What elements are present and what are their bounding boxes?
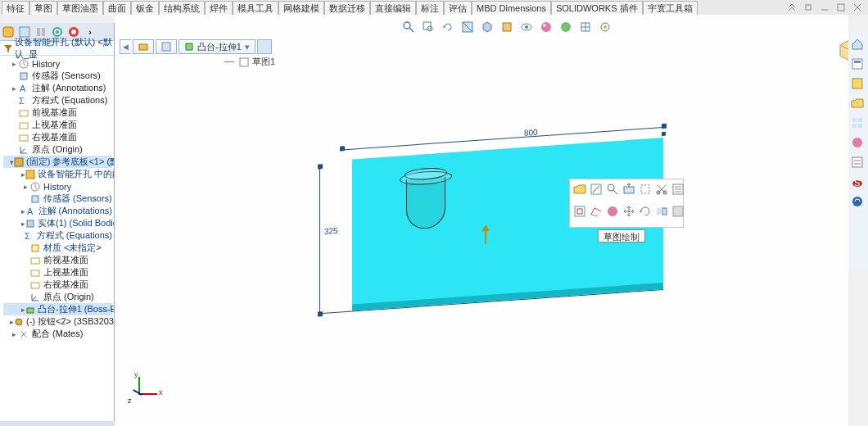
sketch-point[interactable] [340, 146, 345, 151]
tree-item[interactable]: Σ方程式 (Equations) [3, 94, 112, 106]
tree-item[interactable]: 上视基准面 [3, 119, 112, 131]
sketch-point[interactable] [318, 311, 323, 316]
graphics-area[interactable]: ◄ 凸台-拉伸1 ▾ 草图1 [115, 15, 848, 426]
properties-icon[interactable] [671, 183, 685, 196]
sketch-point[interactable] [318, 164, 323, 169]
dimension-height[interactable]: 325 [324, 226, 338, 236]
dimension-width[interactable]: 800 [524, 128, 538, 138]
sketch-point[interactable] [662, 124, 667, 129]
move-component-icon[interactable] [622, 205, 635, 218]
clip-icon[interactable] [655, 183, 668, 196]
tree-item[interactable]: 传感器 (Sensors) [3, 70, 112, 82]
hole-feature[interactable] [400, 165, 452, 232]
home-icon[interactable] [851, 38, 866, 52]
breadcrumb-assembly[interactable] [133, 39, 154, 54]
cm-tab-surface[interactable]: 曲面 [103, 1, 131, 15]
sketch-icon[interactable] [573, 205, 586, 218]
maximize-icon[interactable] [835, 2, 847, 12]
mate-icon[interactable] [655, 205, 668, 218]
edit-sketch-icon[interactable] [590, 183, 603, 196]
section-view-icon[interactable] [460, 20, 475, 34]
cm-tab-mbd[interactable]: MBD Dimensions [472, 1, 551, 15]
cm-tab-markup[interactable]: 标注 [416, 1, 444, 15]
tree-item[interactable]: 上视基准面 [3, 266, 112, 279]
open-part-icon[interactable] [573, 183, 586, 196]
cm-tab-migrate[interactable]: 数据迁移 [324, 1, 370, 15]
cm-tab-feature[interactable]: 特征 [2, 1, 29, 15]
model-view[interactable]: 325 800 [311, 125, 663, 330]
breadcrumb-plane-icon[interactable] [257, 39, 272, 54]
appearances-icon[interactable] [851, 136, 866, 151]
view-settings-icon[interactable] [578, 20, 593, 34]
cm-tab-yuhuan[interactable]: 宇寰工具箱 [643, 1, 698, 15]
breadcrumb-feature[interactable]: 凸台-拉伸1 ▾ [179, 39, 255, 54]
resources-icon[interactable] [851, 57, 866, 72]
tree-item[interactable]: 前视基准面 [3, 254, 112, 266]
tree-item[interactable]: 前视基准面 [3, 106, 112, 119]
minimize-icon[interactable] [819, 2, 830, 12]
cm-tab-evaluate[interactable]: 评估 [444, 1, 472, 15]
file-explorer-icon[interactable] [851, 97, 866, 111]
expand-icon[interactable] [786, 2, 798, 12]
normal-to-icon[interactable] [622, 183, 635, 196]
orientation-triad[interactable]: y x z [128, 374, 160, 406]
display-style-icon[interactable] [500, 20, 514, 34]
cm-tab-addins[interactable]: SOLIDWORKS 插件 [551, 1, 643, 15]
tree-item[interactable]: ▸(-) 按钮<2> (3SB3203-1H [3, 315, 112, 328]
cm-tab-struct[interactable]: 结构系统 [159, 1, 205, 15]
view-palette-icon[interactable] [851, 116, 866, 131]
tree-item[interactable]: 传感器 (Sensors) [3, 193, 112, 205]
svg-point-50 [608, 184, 614, 191]
tree-item[interactable]: ▾(固定) 参考底板<1> (默认 [3, 156, 112, 168]
close-icon[interactable] [852, 2, 863, 12]
cm-tab-mesh[interactable]: 网格建模 [278, 1, 324, 15]
cm-tab-sketchink[interactable]: 草图油墨 [57, 1, 103, 15]
tree-item[interactable]: ▸A注解 (Annotations) [3, 205, 112, 217]
scene-icon[interactable] [558, 20, 573, 34]
tree-item[interactable]: 右视基准面 [3, 131, 112, 143]
cm-tab-direct[interactable]: 直接编辑 [370, 1, 416, 15]
tree-item[interactable]: ▸History [3, 180, 112, 193]
cm-tab-mold[interactable]: 模具工具 [233, 1, 278, 15]
tree-item[interactable]: ▸设备智能开孔 中的配 [3, 168, 112, 180]
appearance-icon[interactable] [539, 20, 554, 34]
view-orient-icon[interactable] [480, 20, 495, 34]
3dsketch-icon[interactable] [590, 205, 603, 218]
rotate-component-icon[interactable] [639, 205, 652, 218]
feature-tree[interactable]: ▸History传感器 (Sensors)▸A注解 (Annotations)Σ… [0, 56, 114, 426]
forum-icon[interactable] [851, 195, 866, 210]
svg-rect-21 [32, 196, 38, 202]
cm-tab-weld[interactable]: 焊件 [205, 1, 233, 15]
breadcrumb-part[interactable] [156, 39, 177, 54]
tree-item[interactable]: 右视基准面 [3, 279, 112, 291]
restore-icon[interactable] [802, 2, 814, 12]
tree-item[interactable]: 原点 (Origin) [3, 291, 112, 303]
suppress-icon[interactable] [671, 205, 685, 218]
tree-item[interactable]: 材质 <未指定> [3, 242, 112, 254]
isolate-icon[interactable] [639, 183, 652, 196]
custom-props-icon[interactable] [851, 156, 866, 170]
design-library-icon[interactable] [851, 77, 866, 92]
cloud-icon[interactable]: S [851, 175, 866, 190]
tree-item[interactable]: ▸配合 (Mates) [3, 328, 112, 340]
tree-item[interactable]: Σ方程式 (Equations) [3, 229, 112, 242]
cm-tab-sketch[interactable]: 草图 [29, 1, 57, 15]
sub-breadcrumb[interactable]: 草图1 [224, 56, 275, 68]
extrude-direction-arrow[interactable] [481, 224, 490, 245]
hide-show-icon[interactable] [519, 20, 534, 34]
zoom-area-icon[interactable] [421, 20, 436, 34]
zoom-fit-icon[interactable] [401, 20, 416, 34]
zoom-to-icon[interactable] [606, 183, 619, 196]
sketch-point[interactable] [662, 132, 666, 136]
prev-view-icon[interactable] [441, 20, 455, 34]
breadcrumb-back[interactable]: ◄ [120, 39, 131, 54]
tree-item[interactable]: ▸A注解 (Annotations) [3, 82, 112, 94]
appearance2-icon[interactable] [606, 205, 619, 218]
render-icon[interactable] [598, 20, 613, 34]
tree-filter-bar[interactable]: 设备智能开孔 (默认) <默认_显 [0, 41, 114, 56]
cm-tab-sheetmetal[interactable]: 钣金 [131, 1, 159, 15]
tree-item[interactable]: ▸凸台-拉伸1 (Boss-Extr [3, 303, 112, 315]
tree-item[interactable]: 原点 (Origin) [3, 143, 112, 156]
tree-item[interactable]: ▸实体(1) (Solid Bodies) [3, 217, 112, 229]
svg-point-42 [525, 25, 528, 29]
